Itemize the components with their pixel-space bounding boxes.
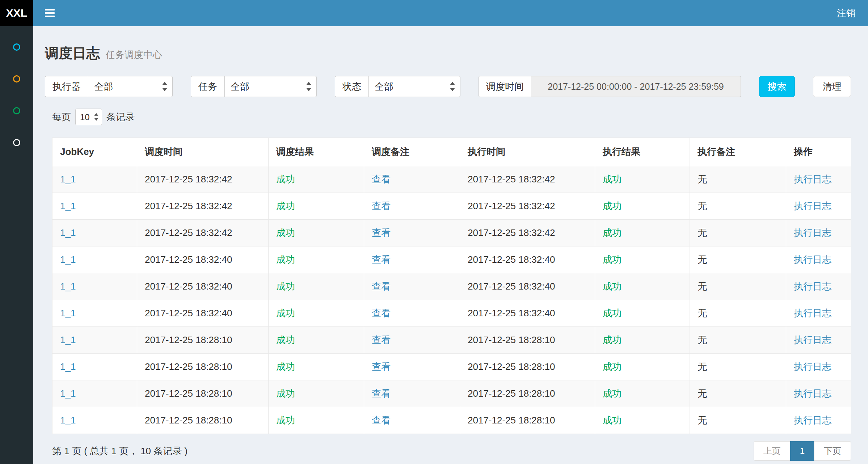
table-row: 1_1 2017-12-25 18:32:40 成功 查看 2017-12-25… [52, 300, 851, 327]
trigger-time-filter-group: 调度时间 [479, 76, 741, 97]
column-header-action: 操作 [786, 138, 851, 166]
exec-log-link[interactable]: 执行日志 [794, 308, 831, 319]
exec-log-link[interactable]: 执行日志 [794, 388, 831, 399]
sidebar-item-2[interactable] [0, 63, 33, 95]
trigger-msg-link[interactable]: 查看 [372, 281, 391, 292]
clear-button[interactable]: 清理 [813, 76, 851, 97]
page-size-prefix: 每页 [52, 111, 71, 123]
page-size-select[interactable]: 10 [75, 109, 102, 125]
job-select[interactable]: 全部 [224, 76, 317, 97]
jobkey-link[interactable]: 1_1 [60, 254, 76, 265]
trigger-time-cell: 2017-12-25 18:32:40 [137, 246, 269, 273]
handle-msg-cell: 无 [690, 380, 786, 407]
jobkey-link[interactable]: 1_1 [60, 281, 76, 292]
status-label: 状态 [335, 76, 368, 97]
executor-filter-group: 执行器 全部 [45, 76, 173, 97]
exec-log-link[interactable]: 执行日志 [794, 415, 831, 426]
handle-result-text: 成功 [603, 334, 621, 345]
page-title: 调度日志 任务调度中心 [45, 45, 851, 63]
trigger-result-text: 成功 [276, 415, 295, 426]
sidebar-toggle-button[interactable] [33, 7, 55, 19]
page-1-button[interactable]: 1 [790, 441, 814, 461]
sidebar-item-3[interactable] [0, 95, 33, 127]
jobkey-link[interactable]: 1_1 [60, 308, 76, 319]
handle-time-cell: 2017-12-25 18:28:10 [460, 407, 595, 434]
exec-log-link[interactable]: 执行日志 [794, 361, 831, 372]
pagination: 上页 1 下页 [754, 441, 851, 461]
trigger-msg-link[interactable]: 查看 [372, 361, 391, 372]
jobkey-link[interactable]: 1_1 [60, 227, 76, 238]
filter-toolbar: 执行器 全部 任务 全部 状态 全部 [45, 76, 851, 97]
executor-label: 执行器 [45, 76, 88, 97]
exec-log-link[interactable]: 执行日志 [794, 254, 831, 265]
sidebar-item-1[interactable] [0, 31, 33, 63]
sidebar [0, 26, 33, 464]
table-row: 1_1 2017-12-25 18:32:40 成功 查看 2017-12-25… [52, 273, 851, 300]
trigger-msg-link[interactable]: 查看 [372, 227, 391, 238]
handle-result-text: 成功 [603, 388, 621, 399]
trigger-time-cell: 2017-12-25 18:32:42 [137, 166, 269, 193]
trigger-time-cell: 2017-12-25 18:32:42 [137, 220, 269, 246]
trigger-msg-link[interactable]: 查看 [372, 201, 391, 211]
trigger-msg-link[interactable]: 查看 [372, 415, 391, 426]
sidebar-item-4[interactable] [0, 127, 33, 159]
jobkey-link[interactable]: 1_1 [60, 201, 76, 211]
exec-log-link[interactable]: 执行日志 [794, 281, 831, 292]
circle-outline-icon [13, 139, 20, 146]
log-table: JobKey 调度时间 调度结果 调度备注 执行时间 执行结果 执行备注 操作 … [52, 138, 851, 434]
jobkey-link[interactable]: 1_1 [60, 174, 76, 185]
handle-result-text: 成功 [603, 361, 621, 372]
trigger-msg-link[interactable]: 查看 [372, 254, 391, 265]
handle-time-cell: 2017-12-25 18:32:42 [460, 166, 595, 193]
executor-select[interactable]: 全部 [88, 76, 173, 97]
handle-msg-cell: 无 [690, 220, 786, 246]
status-select[interactable]: 全部 [368, 76, 460, 97]
pagination-summary: 第 1 页 ( 总共 1 页， 10 条记录 ) [52, 445, 187, 457]
exec-log-link[interactable]: 执行日志 [794, 201, 831, 211]
page-size-suffix: 条记录 [106, 111, 135, 123]
page-title-text: 调度日志 [45, 45, 100, 62]
trigger-result-text: 成功 [276, 308, 295, 319]
app-logo[interactable]: XXL [0, 0, 33, 26]
table-footer: 第 1 页 ( 总共 1 页， 10 条记录 ) 上页 1 下页 [52, 441, 851, 461]
trigger-msg-link[interactable]: 查看 [372, 334, 391, 345]
trigger-result-text: 成功 [276, 254, 295, 265]
handle-time-cell: 2017-12-25 18:32:42 [460, 220, 595, 246]
jobkey-link[interactable]: 1_1 [60, 334, 76, 345]
main-content: 调度日志 任务调度中心 执行器 全部 任务 全部 状态 [33, 26, 868, 464]
handle-result-text: 成功 [603, 174, 621, 185]
jobkey-link[interactable]: 1_1 [60, 415, 76, 426]
status-filter-group: 状态 全部 [335, 76, 460, 97]
next-page-button[interactable]: 下页 [814, 441, 851, 461]
trigger-msg-link[interactable]: 查看 [372, 308, 391, 319]
trigger-time-range-input[interactable] [531, 76, 741, 97]
handle-msg-cell: 无 [690, 407, 786, 434]
trigger-msg-link[interactable]: 查看 [372, 388, 391, 399]
circle-outline-icon [13, 107, 20, 114]
jobkey-link[interactable]: 1_1 [60, 361, 76, 372]
handle-result-text: 成功 [603, 281, 621, 292]
trigger-result-text: 成功 [276, 227, 295, 238]
trigger-result-text: 成功 [276, 361, 295, 372]
trigger-msg-link[interactable]: 查看 [372, 174, 391, 185]
exec-log-link[interactable]: 执行日志 [794, 227, 831, 238]
jobkey-link[interactable]: 1_1 [60, 388, 76, 399]
column-header-handle-result: 执行结果 [595, 138, 690, 166]
trigger-time-cell: 2017-12-25 18:28:10 [137, 380, 269, 407]
exec-log-link[interactable]: 执行日志 [794, 334, 831, 345]
hamburger-icon [45, 9, 55, 17]
prev-page-button[interactable]: 上页 [754, 441, 791, 461]
handle-time-cell: 2017-12-25 18:32:42 [460, 193, 595, 220]
handle-msg-cell: 无 [690, 246, 786, 273]
circle-outline-icon [13, 43, 20, 51]
page-subtitle: 任务调度中心 [106, 46, 162, 63]
table-row: 1_1 2017-12-25 18:28:10 成功 查看 2017-12-25… [52, 354, 851, 380]
navbar: 注销 [33, 0, 868, 26]
search-button[interactable]: 搜索 [759, 76, 795, 97]
handle-msg-cell: 无 [690, 166, 786, 193]
handle-result-text: 成功 [603, 308, 621, 319]
exec-log-link[interactable]: 执行日志 [794, 174, 831, 185]
content-header: 调度日志 任务调度中心 [33, 26, 868, 63]
logout-link[interactable]: 注销 [837, 7, 856, 20]
column-header-trigger-time: 调度时间 [137, 138, 269, 166]
